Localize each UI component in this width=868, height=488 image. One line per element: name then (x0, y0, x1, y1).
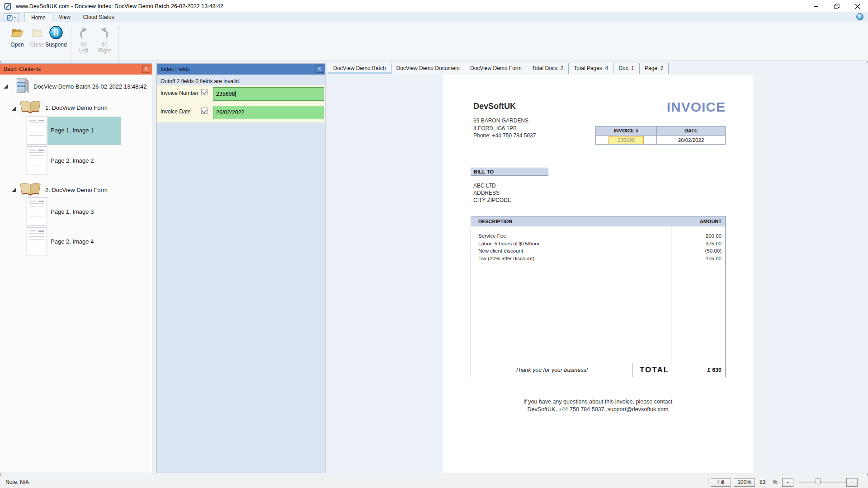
total-value: £ 630 (669, 367, 725, 373)
viewer-stat-doc: Doc: 1 (613, 63, 640, 74)
index-fields-summary: Outoff 2 fields 0 fields are invalid. (160, 78, 241, 84)
batch-panel-header: Batch Contents X (0, 64, 152, 75)
rotate-right-icon (93, 25, 116, 40)
index-panel-close-button[interactable]: X (316, 65, 323, 73)
page-thumbnail[interactable] (27, 146, 47, 174)
viewer-tab-form[interactable]: DocView Demo Form (465, 63, 527, 74)
total-label: TOTAL (632, 366, 669, 375)
pause-circle-icon (44, 25, 68, 40)
suspend-batch-button[interactable]: Suspend (44, 25, 68, 48)
invoice-date-label: Invoice Date (160, 108, 191, 115)
invoice-address: 69 BARON GARDENS ILFORD, IG6 1PB Phone: … (473, 117, 536, 140)
invoice-number-checkbox[interactable] (201, 89, 208, 95)
invoice-items-table: DESCRIPTION AMOUNT Service Fee Labor: 5 … (471, 216, 726, 377)
note-text: Note: N/A (5, 479, 29, 485)
item-amount: 375.00 (671, 240, 722, 248)
item-description: Tax (20% after discount) (478, 255, 671, 263)
document-book-icon (19, 100, 42, 115)
zoom-100-button[interactable]: 100% (734, 478, 755, 487)
minimize-button[interactable] (806, 0, 826, 12)
batch-panel-title: Batch Contents (4, 66, 41, 72)
app-logo-icon (4, 3, 11, 10)
page-thumbnail[interactable] (27, 227, 47, 255)
bill-to-line: ABC LTD (473, 182, 511, 189)
app-menu-button[interactable] (4, 13, 19, 22)
bill-to-header: BILL TO (471, 168, 548, 176)
invoice-date-header: DATE (657, 127, 725, 135)
tree-document-1[interactable]: 1: DocView Demo Form (45, 104, 108, 111)
viewer-stat-total-pages: Total Pages: 4 (569, 63, 613, 74)
bill-to-line: CITY ZIPCODE (473, 197, 511, 204)
item-description: Labor: 5 hours at $75/hour (478, 240, 671, 248)
address-line: ILFORD, IG6 1PB (473, 125, 536, 132)
statusbar-separator (708, 478, 708, 487)
viewer-stat-total-docs: Total Docs: 2 (527, 63, 569, 74)
invoice-company: DevSoftUK (473, 102, 516, 111)
invoice-date-input[interactable]: 26/02/2022 (213, 106, 324, 119)
tree-document-2[interactable]: 2: DocView Demo Form (45, 187, 108, 193)
zoom-out-button[interactable]: - (782, 478, 793, 487)
item-amount: 200.00 (671, 232, 722, 240)
window-controls (806, 0, 868, 12)
bill-to-lines: ABC LTD ADDRESS CITY ZIPCODE (473, 182, 511, 204)
rotate-right-button: 90 Right (93, 25, 116, 54)
tree-page-1-2[interactable]: Page 2, Image 2 (51, 157, 94, 164)
document-viewer: DocView Demo Batch DocView Demo Document… (328, 63, 868, 473)
item-descriptions: Service Fee Labor: 5 hours at $75/hour N… (471, 226, 671, 363)
description-header: DESCRIPTION (471, 216, 671, 226)
invoice-number-value: 235698 (216, 91, 235, 97)
index-panel-title: Index Fields (160, 66, 190, 72)
thanks-message: Thank you for your business! (471, 363, 632, 377)
titlebar: www.DevSoftUK.com - Docview Index: DocVi… (0, 0, 868, 12)
tab-view[interactable]: View (52, 12, 77, 22)
tree-root-batch[interactable]: DocView Demo Batch 26-02-2022 13:48:42 (33, 83, 147, 90)
percent-sign: % (773, 479, 778, 485)
viewer-stat-page: Page: 2 (640, 63, 669, 74)
zoom-slider[interactable] (799, 478, 850, 487)
ribbon-tab-row: Home View Cloud Status ? (0, 12, 868, 22)
viewer-tab-document[interactable]: DocView Demo Document (392, 63, 466, 74)
invoice-date-cell: 26/02/2022 (657, 135, 725, 144)
viewer-tab-batch[interactable]: DocView Demo Batch (328, 63, 392, 74)
invoice-number-input[interactable]: 235698 (213, 87, 324, 101)
rotate-right-label: 90 Right (97, 42, 112, 54)
item-description: New client discount (478, 247, 671, 255)
page-thumbnail[interactable] (27, 197, 47, 225)
help-icon[interactable]: ? (856, 13, 863, 20)
address-line: 69 BARON GARDENS (473, 117, 536, 125)
index-panel-header: Index Fields X (157, 64, 325, 75)
invoice-doc-title: INVOICE (667, 99, 726, 115)
document-book-icon (19, 182, 42, 197)
batch-tree: DocView Demo Batch 26-02-2022 13:48:42 1… (0, 75, 152, 473)
item-amount: (50.00) (671, 247, 722, 255)
tab-cloud-status[interactable]: Cloud Status (77, 12, 121, 22)
text-caret (235, 91, 236, 97)
tree-expander-icon[interactable] (4, 84, 8, 89)
tree-page-1-1[interactable]: Page 1, Image 1 (51, 127, 94, 134)
close-button[interactable] (847, 0, 868, 12)
invoice-date-checkbox[interactable] (201, 108, 208, 114)
batch-panel-close-button[interactable]: X (142, 65, 150, 73)
index-fields-panel: Index Fields X Outoff 2 fields 0 fields … (156, 63, 326, 473)
tree-expander-icon[interactable] (12, 106, 16, 111)
fill-button[interactable]: Fill (711, 478, 731, 487)
restore-button[interactable] (826, 0, 847, 12)
invoice-footer: If you have any questions about this inv… (443, 398, 753, 413)
page-thumbnail[interactable] (27, 117, 47, 145)
zoom-slider-thumb[interactable] (816, 479, 821, 486)
ribbon: Open Close Suspend (0, 22, 868, 61)
invoice-number-label: Invoice Number (160, 90, 198, 96)
item-description: Service Fee (478, 232, 671, 240)
status-bar: Note: N/A Fill 100% 83 % - + (0, 476, 868, 488)
invoice-number-header: INVOICE # (596, 127, 657, 135)
chevron-down-icon (14, 17, 16, 19)
window-title: www.DevSoftUK.com - Docview Index: DocVi… (16, 3, 223, 9)
tree-expander-icon[interactable] (12, 188, 16, 192)
zoom-in-button[interactable]: + (846, 478, 858, 487)
tree-page-2-2[interactable]: Page 2, Image 4 (51, 238, 94, 245)
rotate-left-button: 90 Left (73, 25, 94, 54)
zoom-value: 83 (760, 479, 765, 485)
tab-home[interactable]: Home (24, 12, 52, 22)
tree-page-2-1[interactable]: Page 1, Image 3 (51, 208, 94, 215)
item-amounts: 200.00 375.00 (50.00) 105.00 (671, 226, 725, 363)
